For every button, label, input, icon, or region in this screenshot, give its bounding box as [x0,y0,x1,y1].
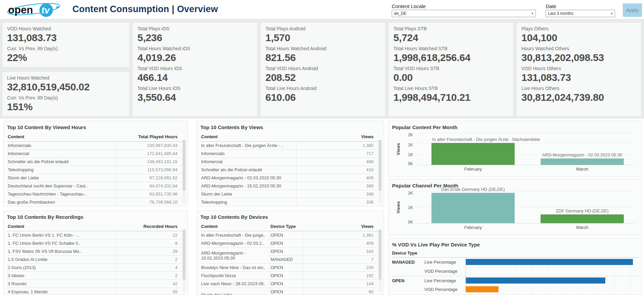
table-row[interactable]: In aller Freundschaft - Die junge..OPEN1… [200,231,380,239]
value-cell: 29 [116,247,184,256]
apply-button[interactable]: Apply [623,3,642,17]
kpi-value: 5,236 [137,32,253,44]
chart-title: % VOD Vs Live Play Per Device Type [392,242,638,247]
value-cell: 418 [296,166,380,174]
table-row[interactable]: Tagesschau-Nachrichten - Tagesschau-..83… [7,190,184,198]
column-header-content[interactable]: Content [200,223,270,231]
table-row[interactable]: ARD-Morgenmagazin - 02.03.2023 05:30409 [200,174,380,182]
column-header-recorded-hours[interactable]: Recorded Hours [116,223,184,231]
table-row[interactable]: Fluchtpunkt NizzaOPEN192 [200,272,380,280]
kpi-value: 208.52 [265,71,381,84]
logo-text-tv: tv [41,5,50,16]
opentv-logo: open tv [6,1,60,18]
column-header-device-type[interactable]: Device Type [270,223,303,231]
table-row[interactable]: Sturm der LiebeOPEN60 [200,288,380,295]
bar-february[interactable]: In aller Freundschaft - Die jungen Ärzte… [431,143,514,165]
table-row[interactable]: Schneller als die Polizei erlaubt418 [200,166,380,174]
table-row[interactable]: In aller Freundschaft - Die jungen Ärzte… [200,142,380,150]
value-cell: 230,987,830.43 [116,142,184,150]
table-scrollbar[interactable] [379,230,382,292]
kpi-value: 821.56 [265,52,381,64]
table-row[interactable]: Infomercials230,987,830.43 [7,142,184,150]
table-row[interactable]: 3 Rounds42 [7,280,184,288]
y-tick: 2K [408,132,413,137]
kpi-label: Total Plays Android [265,26,381,32]
table-row[interactable]: Teleshopping115,573,096.94 [7,166,184,174]
content-cell: Infomercial [200,158,296,166]
y-tick: 0K [408,161,413,166]
table-row[interactable]: Schneller als die Polizei erlaubt149,463… [7,158,184,166]
table-row[interactable]: Sturm der Liebe97,228,991.92 [7,174,184,182]
content-cell: Sturm der Liebe [200,288,270,295]
kpi-card-others: Plays Others 104,100 Hours Watched Other… [516,22,642,117]
table-row[interactable]: 4 Esposas, 1 Marido58 [7,288,184,295]
content-cell: 4 Esposas, 1 Marido [7,288,116,295]
table-row[interactable]: 2 Guns (2013)4 [7,264,184,272]
column-header-views[interactable]: Views [303,223,380,231]
scrollbar-thumb[interactable] [379,230,382,279]
table-row[interactable]: Deutschland sucht den Superstar - Cast..… [7,182,184,190]
kpi-label: Total VOD Hours iOS [137,66,253,71]
table-row[interactable]: Sturm der Liebe348 [200,190,380,198]
panel-top10-viewed-hours: Top 10 Content By Viewed Hours Content T… [3,121,188,206]
table-scrollbar[interactable] [379,140,382,203]
table-row[interactable]: ARD-Morgenmagazin - 15.02.2023 05:30389 [200,182,380,190]
x-tick-february: February [464,225,482,230]
table-row[interactable]: ARD-Morgenmagazin - 02.03.2..OPEN409 [200,239,380,247]
value-cell: 76,709,566.10 [116,198,184,206]
content-cell: Live nach Neun - 28.02.2023 09.. [200,280,270,288]
scrollbar-thumb[interactable] [183,140,186,190]
column-header-total-played-hours[interactable]: Total Played Hours [116,133,184,142]
table-row[interactable]: 1. FC Union Berlin VS 1. FC Köln - ..22 [7,231,184,239]
table-row[interactable]: Brooklyn Nine-Nine - Das ist ein..OPEN23… [200,264,380,272]
bar-open-live[interactable] [466,277,605,284]
device-type-header[interactable]: Device Type [392,250,638,258]
column-header-views[interactable]: Views [296,133,380,142]
bar-february[interactable]: Das Erste Germany HD (DE,DE) [431,193,514,223]
device-group-managed: MANAGED [392,258,424,276]
value-cell: 83,651,735.96 [116,190,184,198]
table-row[interactable]: Teleshopping336 [200,198,380,206]
value-cell: 97,228,991.92 [116,174,184,182]
kpi-label: Total Hours Watched iOS [137,46,253,52]
value-cell: 22 [116,231,184,239]
bar-march[interactable]: ARD-Morgenmagazin - 02.03.2023 05:30 [541,158,623,165]
column-header-content[interactable]: Content [7,133,116,142]
kpi-card-live-hours: Live Hours Watched 32,810,519,450.02 Cur… [2,71,130,117]
content-locale-select[interactable]: de_DE ▼ [392,10,536,17]
table-row[interactable]: Infomercial498 [200,158,380,166]
content-cell: ARD-Morgenmagazin - 02.03.2.. [200,239,270,247]
table-row[interactable]: Live nach Neun - 28.02.2023 09..OPEN144 [200,280,380,288]
kpi-value: 30,812,024,739.80 [521,91,637,104]
date-select[interactable]: Last 3 months ▼ [546,10,615,17]
series-label: Live Percentage [424,276,465,285]
value-cell: 171,541,485.84 [116,150,184,158]
kpi-value: 131,083.73 [521,71,637,84]
bar-managed-live[interactable] [466,259,633,265]
bar-march[interactable]: ZDF Germany HD (DE,DE) [541,214,623,223]
table-row[interactable]: Infomercial171,541,485.84 [7,150,184,158]
panel-title: Top 10 Contents By Views [200,124,380,130]
content-cell: 2 Guns (2013) [7,264,116,272]
table-row[interactable]: Das große Promibacken76,709,566.10 [7,198,184,206]
column-header-content[interactable]: Content [7,223,116,231]
table-row[interactable]: 1. FSV Mainz 05 VS Vfl Borussia Mo..29 [7,247,184,256]
column-header-content[interactable]: Content [200,133,296,142]
table-row[interactable]: Infomercials717 [200,150,380,158]
panel-popular-channel-per-month: Popular Channel Per Month Views 2K 1K 0K… [388,179,642,235]
device-cell: OPEN [270,239,303,247]
scrollbar-thumb[interactable] [379,140,382,190]
table-row[interactable]: 1. FC Union Berlin VS FC Schalke 0..8 [7,239,184,247]
bar-open-vod[interactable] [466,286,498,292]
table-row[interactable]: Deutschland sucht den Superstar - Casti.… [200,206,380,207]
table-row[interactable]: ARD-Morgenmagazin - 15.02.2023 05:30OPEN… [200,247,380,256]
table-scrollbar[interactable] [183,230,186,292]
value-cell: 348 [296,190,380,198]
table-row[interactable]: 1.5 Grados Al Límite2 [7,256,184,264]
table-scrollbar[interactable] [183,140,186,203]
hbar-plot [465,258,638,267]
table-row[interactable] [7,206,184,207]
table-row[interactable]: 3 Idiotas2 [7,272,184,280]
scrollbar-thumb[interactable] [183,230,186,279]
value-cell: 409 [303,239,380,247]
